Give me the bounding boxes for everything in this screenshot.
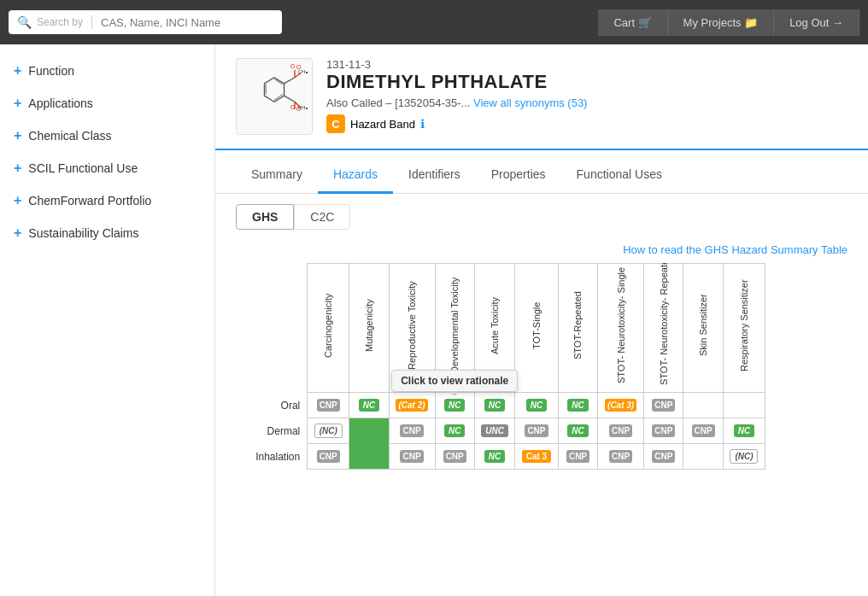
cell-dermal-dev[interactable]: NC: [435, 418, 474, 444]
row-label-dermal: Dermal: [236, 418, 308, 444]
row-label-oral: Oral: [236, 393, 308, 418]
plus-icon: +: [14, 225, 21, 241]
also-called-label: Also Called – [1352054-35-...: [326, 96, 470, 109]
hazard-band-label: Hazard Band: [350, 118, 415, 131]
plus-icon: +: [14, 96, 21, 111]
cell-oral-stot-neuro-s[interactable]: (Cat 3): [598, 393, 644, 418]
search-box[interactable]: 🔍 Search by: [9, 10, 282, 34]
sidebar-item-label: Chemical Class: [28, 129, 111, 143]
svg-text:O: O: [290, 104, 296, 111]
cell-dermal-tot-single[interactable]: CNP: [515, 418, 559, 444]
sidebar-item-function[interactable]: + Function: [0, 55, 214, 87]
sidebar-item-sustainability[interactable]: + Sustainability Claims: [0, 217, 214, 249]
cell-dermal-resp[interactable]: NC: [723, 418, 765, 444]
cell-oral-dev[interactable]: NC Click to view rationale: [435, 393, 474, 418]
synonyms-link[interactable]: View all synonyms (53): [473, 96, 587, 109]
search-input[interactable]: [101, 16, 273, 29]
cell-dermal-carcin[interactable]: (NC): [308, 418, 349, 444]
cell-inhal-stot-neuro-s[interactable]: CNP: [598, 444, 644, 470]
chem-hazard: C Hazard Band ℹ: [326, 114, 847, 133]
sidebar-item-scil[interactable]: + SCIL Functional Use: [0, 152, 214, 184]
main-tabs: Summary Hazards Identifiers Properties F…: [215, 157, 868, 194]
tab-summary[interactable]: Summary: [236, 157, 318, 194]
molecule-svg: O O O O CH₃ CH₃: [240, 62, 308, 131]
col-reproductive: Reproductive Toxicity: [389, 264, 435, 393]
nav-tabs: Cart 🛒 My Projects 📁 Log Out →: [598, 9, 859, 36]
tab-identifiers[interactable]: Identifiers: [393, 157, 476, 194]
ghs-table: Carcinogenicity Mutagenicity Reproductiv…: [236, 263, 765, 470]
cell-dermal-stot-rep[interactable]: NC: [558, 418, 597, 444]
plus-icon: +: [14, 193, 21, 208]
chemical-header: O O O O CH₃ CH₃ 131-11-3 DIMETHYL PHTHAL…: [215, 44, 868, 150]
sidebar-item-label: SCIL Functional Use: [28, 161, 138, 175]
top-nav: 🔍 Search by Cart 🛒 My Projects 📁 Log Out…: [0, 0, 868, 44]
plus-icon: +: [14, 161, 21, 176]
sub-tab-c2c[interactable]: C2C: [294, 204, 350, 230]
cell-oral-stot-rep[interactable]: NC: [558, 393, 597, 418]
info-icon[interactable]: ℹ: [420, 117, 425, 131]
table-row: Dermal (NC) CNP NC UNC CNP NC CNP CNP CN…: [236, 418, 765, 444]
svg-text:CH₃: CH₃: [298, 104, 308, 110]
sub-tabs: GHS C2C: [215, 194, 868, 240]
svg-line-7: [284, 96, 295, 102]
tab-properties[interactable]: Properties: [476, 157, 561, 194]
sidebar-item-chemforward[interactable]: + ChemForward Portfolio: [0, 184, 214, 217]
cell-inhal-tot-single[interactable]: Cat 3: [515, 444, 559, 470]
nav-tab-logout[interactable]: Log Out →: [774, 9, 859, 36]
nav-tab-cart[interactable]: Cart 🛒: [598, 9, 667, 36]
cell-oral-mutagen[interactable]: NC: [349, 393, 389, 418]
ghs-link-row: How to read the GHS Hazard Summary Table: [215, 240, 868, 263]
cell-inhal-dev[interactable]: CNP: [435, 444, 474, 470]
col-skin-sensitizer: Skin Sensitizer: [683, 264, 723, 393]
svg-line-4: [284, 78, 295, 84]
sidebar-item-label: Applications: [28, 96, 93, 110]
cell-oral-resp[interactable]: [723, 393, 765, 418]
table-row: Inhalation CNP CNP CNP NC Cat 3 CNP CNP …: [236, 444, 765, 470]
tab-hazards[interactable]: Hazards: [318, 157, 393, 194]
ghs-help-link[interactable]: How to read the GHS Hazard Summary Table: [623, 243, 847, 256]
cell-inhal-stot-rep[interactable]: CNP: [558, 444, 597, 470]
cell-oral-repro[interactable]: (Cat 2): [389, 393, 435, 418]
cell-inhal-skin[interactable]: [683, 444, 723, 470]
cell-inhal-carcin[interactable]: CNP: [308, 444, 349, 470]
col-mutagenicity: Mutagenicity: [349, 264, 389, 393]
cell-dermal-mutagen[interactable]: [349, 418, 389, 470]
col-stot-neuro-single: STOT- Neurotoxicity- Single: [598, 264, 644, 393]
sidebar-item-label: Sustainability Claims: [28, 226, 138, 240]
cell-inhal-repro[interactable]: CNP: [389, 444, 435, 470]
chemical-structure-image: O O O O CH₃ CH₃: [236, 58, 313, 135]
chem-synonyms: Also Called – [1352054-35-... View all s…: [326, 96, 847, 109]
cell-inhal-acute[interactable]: NC: [474, 444, 514, 470]
svg-text:CH₃: CH₃: [298, 68, 308, 74]
col-stot-repeated: STOT-Repeated: [558, 264, 597, 393]
nav-tab-projects[interactable]: My Projects 📁: [668, 9, 775, 36]
cell-dermal-stot-neuro-r[interactable]: CNP: [644, 418, 683, 444]
chem-cas: 131-11-3: [326, 58, 847, 71]
cell-oral-tot-single[interactable]: NC: [515, 393, 559, 418]
sub-tab-ghs[interactable]: GHS: [236, 204, 294, 230]
cell-oral-skin[interactable]: [683, 393, 723, 418]
col-carcinogenicity: Carcinogenicity: [308, 264, 349, 393]
cell-inhal-stot-neuro-r[interactable]: CNP: [644, 444, 683, 470]
col-developmental: Developmental Toxicity: [435, 264, 474, 393]
col-tot-single: TOT-Single: [515, 264, 559, 393]
col-stot-neuro-repeated: STOT- Neurotoxicity- Repeated: [644, 264, 683, 393]
plus-icon: +: [14, 128, 21, 143]
cell-oral-acute[interactable]: NC: [474, 393, 514, 418]
cell-oral-stot-neuro-r[interactable]: CNP: [644, 393, 683, 418]
col-acute: Acute Toxicity: [474, 264, 514, 393]
table-row: Oral CNP NC (Cat 2) NC Click to view rat…: [236, 393, 765, 418]
sidebar-item-applications[interactable]: + Applications: [0, 87, 214, 120]
cell-dermal-repro[interactable]: CNP: [389, 418, 435, 444]
main-layout: + Function + Applications + Chemical Cla…: [0, 44, 868, 596]
cell-dermal-skin[interactable]: CNP: [683, 418, 723, 444]
search-icon: 🔍: [17, 15, 32, 29]
col-resp-sensitizer: Respiratory Sensitizer: [723, 264, 765, 393]
cell-oral-carcin[interactable]: CNP: [308, 393, 349, 418]
cell-dermal-acute[interactable]: UNC: [474, 418, 514, 444]
tab-functional-uses[interactable]: Functional Uses: [561, 157, 677, 194]
sidebar-item-chemical-class[interactable]: + Chemical Class: [0, 120, 214, 152]
sidebar: + Function + Applications + Chemical Cla…: [0, 44, 215, 596]
cell-dermal-stot-neuro-s[interactable]: CNP: [598, 418, 644, 444]
cell-inhal-resp[interactable]: (NC): [723, 444, 765, 470]
